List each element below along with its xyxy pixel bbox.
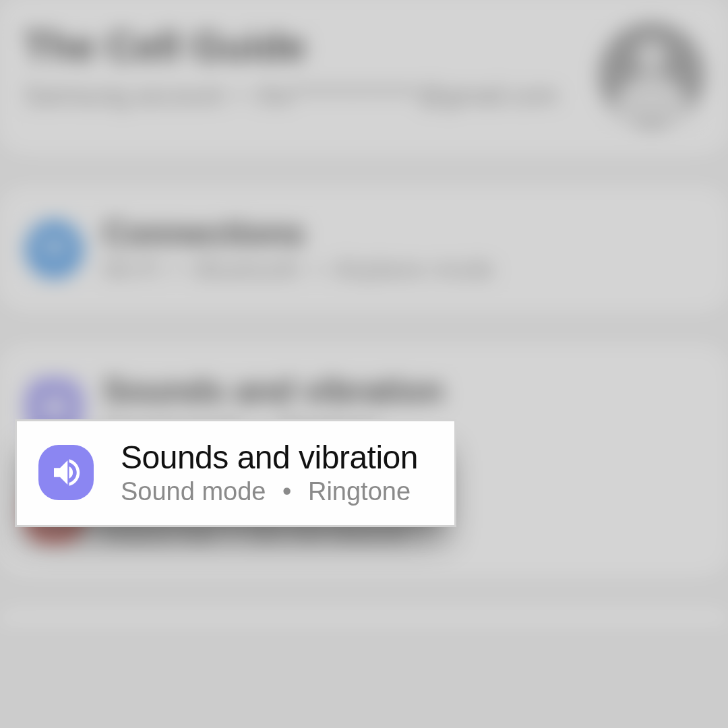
account-info: The Cell Guide Samsung account • the****… xyxy=(24,22,582,112)
settings-item-connections[interactable]: Connections Wi-Fi • Bluetooth • Airplane… xyxy=(4,196,723,303)
account-subtitle: Samsung account • the*************@gmail… xyxy=(24,79,582,113)
settings-background: The Cell Guide Samsung account • the****… xyxy=(0,0,728,728)
connections-text: Connections Wi-Fi • Bluetooth • Airplane… xyxy=(103,214,494,284)
speaker-icon xyxy=(38,445,94,500)
connections-card: Connections Wi-Fi • Bluetooth • Airplane… xyxy=(0,186,728,311)
sounds-text: Sounds and vibration Sound mode • Ringto… xyxy=(121,439,418,506)
sounds-subtitle: Sound mode • Ringtone xyxy=(121,477,418,506)
next-card-peek xyxy=(0,608,728,626)
settings-item-sounds-and-vibration[interactable]: Sounds and vibration Sound mode • Ringto… xyxy=(15,419,456,527)
connections-subtitle: Wi-Fi • Bluetooth • Airplane mode xyxy=(103,255,494,284)
sounds-title: Sounds and vibration xyxy=(121,439,418,476)
account-card[interactable]: The Cell Guide Samsung account • the****… xyxy=(0,0,728,154)
profile-avatar-icon[interactable] xyxy=(599,22,704,128)
wifi-icon xyxy=(25,220,84,278)
account-name: The Cell Guide xyxy=(24,22,582,69)
connections-title: Connections xyxy=(103,214,494,253)
